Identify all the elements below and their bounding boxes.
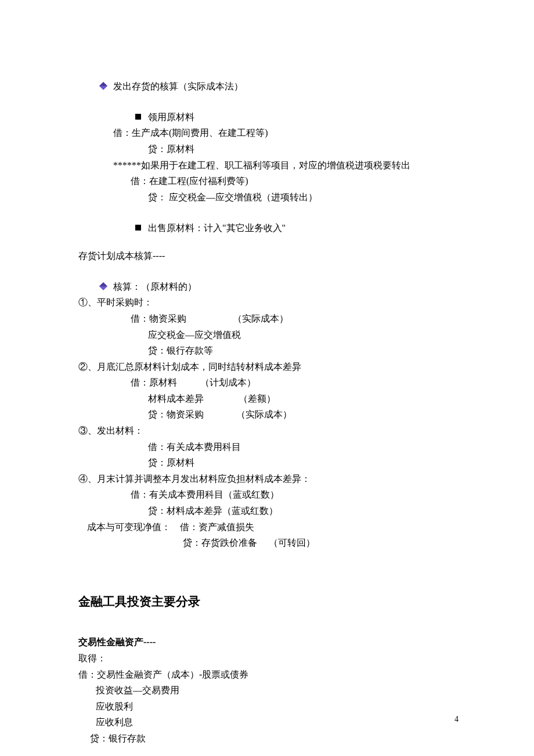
text: 出售原材料：计入"其它业务收入" xyxy=(148,223,286,233)
text-line: ******如果用于在建工程、职工福利等项目，对应的增值税进项税要转出 xyxy=(78,158,456,173)
text-line: 借：原材料 （计划成本） xyxy=(78,375,456,390)
text-line: 贷：原材料 xyxy=(78,142,456,157)
page-number: 4 xyxy=(454,713,459,726)
square-icon xyxy=(135,114,141,120)
text-line: 贷：材料成本差异（蓝或红数） xyxy=(78,503,456,519)
text-line: 贷：银行存款 xyxy=(78,731,456,746)
text-line: 借：有关成本费用科目（蓝或红数） xyxy=(78,487,456,502)
numbered-item: ②、月底汇总原材料计划成本，同时结转材料成本差异 xyxy=(78,359,456,375)
sub-bullet-item: 出售原材料：计入"其它业务收入" xyxy=(78,206,456,235)
text: 领用原材料 xyxy=(148,112,194,122)
bullet-item: 发出存货的核算（实际成本法） xyxy=(78,64,456,93)
text-line: 借：生产成本(期间费用、在建工程等) xyxy=(78,125,456,141)
text-line: 贷：存货跌价准备 （可转回） xyxy=(78,535,456,550)
text-line: 贷：物资采购 （实际成本） xyxy=(78,407,456,422)
text-line: 应收股利 xyxy=(78,699,456,714)
text-line: 材料成本差异 （差额） xyxy=(78,391,456,406)
text-line: 贷： 应交税金—应交增值税（进项转出） xyxy=(78,190,456,205)
text: 发出存货的核算（实际成本法） xyxy=(113,81,243,91)
section-heading: 金融工具投资主要分录 xyxy=(78,592,456,612)
text-line: 成本与可变现净值： 借：资产减值损失 xyxy=(78,520,456,535)
bullet-item: 核算：（原材料的） xyxy=(78,264,456,294)
text: 核算：（原材料的） xyxy=(113,282,197,291)
text-line: 借：物资采购 （实际成本） xyxy=(78,311,456,326)
text-line: 借：有关成本费用科目 xyxy=(78,440,456,455)
numbered-item: ①、平时采购时： xyxy=(78,295,456,310)
numbered-item: ④、月末计算并调整本月发出材料应负担材料成本差异： xyxy=(78,471,456,487)
text-line: 贷：原材料 xyxy=(78,455,456,470)
section-title: 存货计划成本核算---- xyxy=(78,249,456,264)
sub-heading: 交易性金融资产---- xyxy=(78,635,456,650)
text-line: 应收利息 xyxy=(78,715,456,730)
text-line: 投资收益—交易费用 xyxy=(78,683,456,698)
text-line: 取得： xyxy=(78,651,456,666)
text-line: 贷：银行存款等 xyxy=(78,343,456,358)
text-line: 应交税金—应交增值税 xyxy=(78,327,456,343)
square-icon xyxy=(135,225,141,231)
text-line: 借：在建工程(应付福利费等) xyxy=(78,174,456,189)
numbered-item: ③、发出材料： xyxy=(78,423,456,438)
text-line: 借：交易性金融资产（成本）-股票或债券 xyxy=(78,667,456,682)
sub-bullet-item: 领用原材料 xyxy=(78,95,456,124)
diamond-icon xyxy=(99,82,107,90)
diamond-icon xyxy=(99,282,107,290)
